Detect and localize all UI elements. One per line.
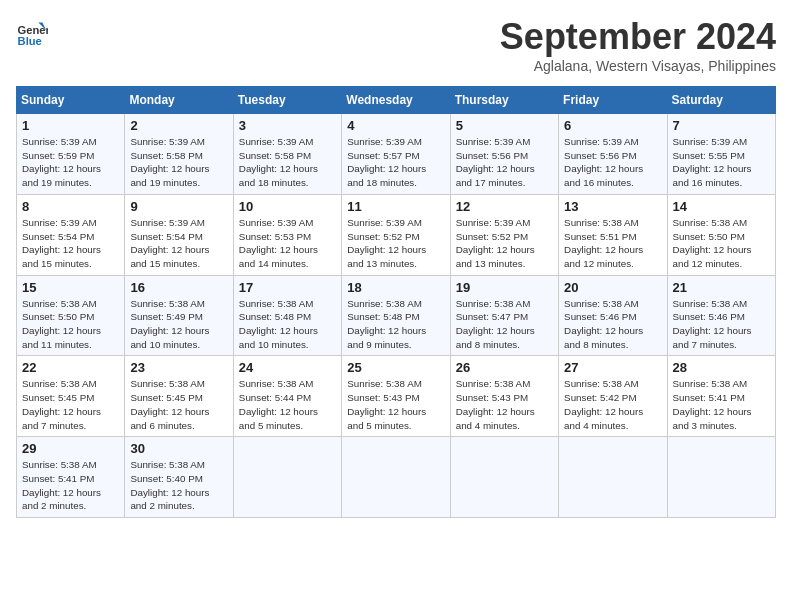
table-row: 6 Sunrise: 5:39 AM Sunset: 5:56 PM Dayli… <box>559 114 667 195</box>
table-row: 26 Sunrise: 5:38 AM Sunset: 5:43 PM Dayl… <box>450 356 558 437</box>
day-number: 24 <box>239 360 336 375</box>
calendar-week-row: 29 Sunrise: 5:38 AM Sunset: 5:41 PM Dayl… <box>17 437 776 518</box>
table-row: 13 Sunrise: 5:38 AM Sunset: 5:51 PM Dayl… <box>559 194 667 275</box>
table-row: 7 Sunrise: 5:39 AM Sunset: 5:55 PM Dayli… <box>667 114 775 195</box>
day-info: Sunrise: 5:38 AM Sunset: 5:44 PM Dayligh… <box>239 377 336 432</box>
day-number: 13 <box>564 199 661 214</box>
col-monday: Monday <box>125 87 233 114</box>
day-number: 17 <box>239 280 336 295</box>
table-row <box>233 437 341 518</box>
day-number: 1 <box>22 118 119 133</box>
table-row <box>342 437 450 518</box>
table-row: 16 Sunrise: 5:38 AM Sunset: 5:49 PM Dayl… <box>125 275 233 356</box>
day-number: 29 <box>22 441 119 456</box>
day-info: Sunrise: 5:39 AM Sunset: 5:58 PM Dayligh… <box>239 135 336 190</box>
day-info: Sunrise: 5:39 AM Sunset: 5:59 PM Dayligh… <box>22 135 119 190</box>
day-info: Sunrise: 5:38 AM Sunset: 5:43 PM Dayligh… <box>456 377 553 432</box>
day-info: Sunrise: 5:39 AM Sunset: 5:52 PM Dayligh… <box>347 216 444 271</box>
day-info: Sunrise: 5:38 AM Sunset: 5:48 PM Dayligh… <box>347 297 444 352</box>
table-row: 2 Sunrise: 5:39 AM Sunset: 5:58 PM Dayli… <box>125 114 233 195</box>
day-info: Sunrise: 5:38 AM Sunset: 5:45 PM Dayligh… <box>22 377 119 432</box>
day-info: Sunrise: 5:38 AM Sunset: 5:47 PM Dayligh… <box>456 297 553 352</box>
table-row: 30 Sunrise: 5:38 AM Sunset: 5:40 PM Dayl… <box>125 437 233 518</box>
page-header: General Blue September 2024 Aglalana, We… <box>16 16 776 74</box>
day-info: Sunrise: 5:38 AM Sunset: 5:50 PM Dayligh… <box>673 216 770 271</box>
day-number: 5 <box>456 118 553 133</box>
day-number: 20 <box>564 280 661 295</box>
table-row: 10 Sunrise: 5:39 AM Sunset: 5:53 PM Dayl… <box>233 194 341 275</box>
table-row: 14 Sunrise: 5:38 AM Sunset: 5:50 PM Dayl… <box>667 194 775 275</box>
day-number: 25 <box>347 360 444 375</box>
calendar-week-row: 22 Sunrise: 5:38 AM Sunset: 5:45 PM Dayl… <box>17 356 776 437</box>
table-row: 12 Sunrise: 5:39 AM Sunset: 5:52 PM Dayl… <box>450 194 558 275</box>
calendar-header-row: Sunday Monday Tuesday Wednesday Thursday… <box>17 87 776 114</box>
day-info: Sunrise: 5:39 AM Sunset: 5:57 PM Dayligh… <box>347 135 444 190</box>
day-number: 27 <box>564 360 661 375</box>
day-number: 11 <box>347 199 444 214</box>
table-row: 11 Sunrise: 5:39 AM Sunset: 5:52 PM Dayl… <box>342 194 450 275</box>
col-tuesday: Tuesday <box>233 87 341 114</box>
table-row <box>450 437 558 518</box>
day-number: 14 <box>673 199 770 214</box>
day-info: Sunrise: 5:39 AM Sunset: 5:54 PM Dayligh… <box>130 216 227 271</box>
day-info: Sunrise: 5:38 AM Sunset: 5:41 PM Dayligh… <box>673 377 770 432</box>
table-row: 1 Sunrise: 5:39 AM Sunset: 5:59 PM Dayli… <box>17 114 125 195</box>
day-info: Sunrise: 5:38 AM Sunset: 5:41 PM Dayligh… <box>22 458 119 513</box>
day-number: 18 <box>347 280 444 295</box>
day-number: 28 <box>673 360 770 375</box>
table-row: 21 Sunrise: 5:38 AM Sunset: 5:46 PM Dayl… <box>667 275 775 356</box>
day-info: Sunrise: 5:39 AM Sunset: 5:58 PM Dayligh… <box>130 135 227 190</box>
table-row: 3 Sunrise: 5:39 AM Sunset: 5:58 PM Dayli… <box>233 114 341 195</box>
svg-text:Blue: Blue <box>18 35 42 47</box>
calendar-table: Sunday Monday Tuesday Wednesday Thursday… <box>16 86 776 518</box>
day-info: Sunrise: 5:39 AM Sunset: 5:53 PM Dayligh… <box>239 216 336 271</box>
day-info: Sunrise: 5:38 AM Sunset: 5:48 PM Dayligh… <box>239 297 336 352</box>
day-info: Sunrise: 5:38 AM Sunset: 5:40 PM Dayligh… <box>130 458 227 513</box>
month-title: September 2024 <box>500 16 776 58</box>
day-info: Sunrise: 5:38 AM Sunset: 5:49 PM Dayligh… <box>130 297 227 352</box>
col-friday: Friday <box>559 87 667 114</box>
day-info: Sunrise: 5:38 AM Sunset: 5:46 PM Dayligh… <box>564 297 661 352</box>
table-row: 20 Sunrise: 5:38 AM Sunset: 5:46 PM Dayl… <box>559 275 667 356</box>
day-number: 10 <box>239 199 336 214</box>
col-wednesday: Wednesday <box>342 87 450 114</box>
day-info: Sunrise: 5:38 AM Sunset: 5:50 PM Dayligh… <box>22 297 119 352</box>
logo: General Blue <box>16 16 48 48</box>
day-info: Sunrise: 5:39 AM Sunset: 5:55 PM Dayligh… <box>673 135 770 190</box>
table-row: 24 Sunrise: 5:38 AM Sunset: 5:44 PM Dayl… <box>233 356 341 437</box>
day-number: 12 <box>456 199 553 214</box>
calendar-week-row: 15 Sunrise: 5:38 AM Sunset: 5:50 PM Dayl… <box>17 275 776 356</box>
col-saturday: Saturday <box>667 87 775 114</box>
table-row: 23 Sunrise: 5:38 AM Sunset: 5:45 PM Dayl… <box>125 356 233 437</box>
table-row: 9 Sunrise: 5:39 AM Sunset: 5:54 PM Dayli… <box>125 194 233 275</box>
day-number: 23 <box>130 360 227 375</box>
day-number: 9 <box>130 199 227 214</box>
day-number: 2 <box>130 118 227 133</box>
day-number: 8 <box>22 199 119 214</box>
table-row: 15 Sunrise: 5:38 AM Sunset: 5:50 PM Dayl… <box>17 275 125 356</box>
col-sunday: Sunday <box>17 87 125 114</box>
day-number: 6 <box>564 118 661 133</box>
title-block: September 2024 Aglalana, Western Visayas… <box>500 16 776 74</box>
calendar-week-row: 8 Sunrise: 5:39 AM Sunset: 5:54 PM Dayli… <box>17 194 776 275</box>
day-number: 15 <box>22 280 119 295</box>
day-info: Sunrise: 5:39 AM Sunset: 5:54 PM Dayligh… <box>22 216 119 271</box>
day-number: 3 <box>239 118 336 133</box>
table-row <box>667 437 775 518</box>
day-number: 7 <box>673 118 770 133</box>
col-thursday: Thursday <box>450 87 558 114</box>
table-row: 8 Sunrise: 5:39 AM Sunset: 5:54 PM Dayli… <box>17 194 125 275</box>
location-subtitle: Aglalana, Western Visayas, Philippines <box>500 58 776 74</box>
table-row: 25 Sunrise: 5:38 AM Sunset: 5:43 PM Dayl… <box>342 356 450 437</box>
day-number: 19 <box>456 280 553 295</box>
day-number: 30 <box>130 441 227 456</box>
day-info: Sunrise: 5:39 AM Sunset: 5:52 PM Dayligh… <box>456 216 553 271</box>
table-row: 29 Sunrise: 5:38 AM Sunset: 5:41 PM Dayl… <box>17 437 125 518</box>
day-info: Sunrise: 5:38 AM Sunset: 5:43 PM Dayligh… <box>347 377 444 432</box>
table-row: 4 Sunrise: 5:39 AM Sunset: 5:57 PM Dayli… <box>342 114 450 195</box>
table-row: 27 Sunrise: 5:38 AM Sunset: 5:42 PM Dayl… <box>559 356 667 437</box>
table-row: 17 Sunrise: 5:38 AM Sunset: 5:48 PM Dayl… <box>233 275 341 356</box>
day-info: Sunrise: 5:39 AM Sunset: 5:56 PM Dayligh… <box>564 135 661 190</box>
table-row: 28 Sunrise: 5:38 AM Sunset: 5:41 PM Dayl… <box>667 356 775 437</box>
day-number: 16 <box>130 280 227 295</box>
